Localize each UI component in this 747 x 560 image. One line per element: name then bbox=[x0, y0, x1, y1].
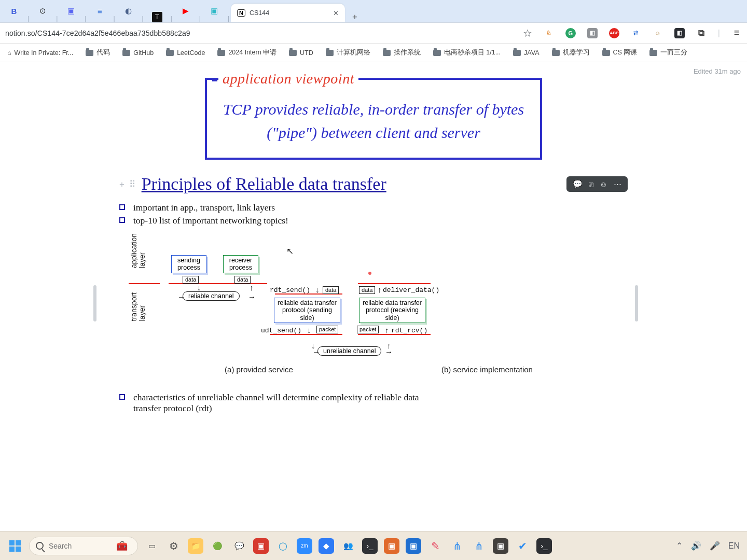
tab-favicon[interactable]: ◐ bbox=[117, 0, 141, 22]
edge-icon[interactable]: ◯ bbox=[275, 538, 290, 554]
vscode-insiders-icon[interactable]: ⋔ bbox=[471, 538, 487, 554]
comment-icon[interactable]: 💬 bbox=[573, 179, 583, 189]
taskbar-app-icon[interactable]: ▣ bbox=[406, 538, 421, 554]
start-button[interactable] bbox=[7, 538, 23, 554]
bookmark-folder[interactable]: 计算机网络 bbox=[323, 46, 374, 59]
svg-rect-2 bbox=[9, 547, 15, 552]
teams-icon[interactable]: 👥 bbox=[340, 538, 356, 554]
image-resize-handle[interactable] bbox=[93, 285, 96, 321]
terminal-icon[interactable]: ›_ bbox=[362, 538, 378, 554]
extension-icon[interactable]: ◧ bbox=[587, 28, 598, 38]
extension-icon[interactable]: ⇄ bbox=[631, 28, 641, 38]
todo-icon[interactable]: ✔ bbox=[515, 538, 530, 554]
url-text[interactable]: notion.so/CS144-7ce2d64a2f5e466ebaa735db… bbox=[5, 29, 190, 37]
tab-favicon[interactable]: ⊙ bbox=[31, 0, 54, 22]
more-icon[interactable]: ⋯ bbox=[614, 179, 621, 189]
folder-icon bbox=[513, 50, 521, 56]
taskbar-app-icon[interactable]: ⚙ bbox=[166, 538, 182, 554]
data-tag: data bbox=[183, 276, 199, 284]
extension-icon[interactable]: ♘ bbox=[544, 28, 554, 38]
taskbar-app-icon[interactable]: ✎ bbox=[427, 538, 443, 554]
folder-icon bbox=[433, 50, 441, 56]
reliable-channel: reliable channel bbox=[183, 291, 240, 301]
mic-icon[interactable]: 🎤 bbox=[710, 541, 720, 551]
terminal-icon[interactable]: ›_ bbox=[536, 538, 552, 554]
bookmark-folder[interactable]: JAVA bbox=[510, 47, 542, 59]
taskbar-app-icon[interactable]: ◆ bbox=[319, 538, 334, 554]
browser-tab-strip: B| ⊙| ▣| ≡| ◐| T| ▶| ▣| N CS144 ✕ + bbox=[0, 0, 747, 23]
language-indicator[interactable]: EN bbox=[728, 541, 740, 551]
bullet-icon bbox=[119, 394, 125, 400]
taskbar-search[interactable]: 🧰 bbox=[29, 537, 138, 555]
folder-icon bbox=[166, 50, 174, 56]
caption-icon[interactable]: ⎚ bbox=[589, 180, 593, 189]
bookmark-item[interactable]: ⌂Write In Private: Fr... bbox=[4, 47, 76, 59]
tab-favicon[interactable]: ▶ bbox=[174, 0, 198, 22]
bullet-item: top-10 list of important networking topi… bbox=[119, 215, 628, 226]
bookmark-folder[interactable]: 机器学习 bbox=[549, 46, 593, 59]
task-view-icon[interactable]: ▭ bbox=[144, 538, 160, 554]
viewpoint-box: application viewpoint TCP provides relia… bbox=[205, 78, 542, 160]
bookmark-star-icon[interactable]: ☆ bbox=[523, 27, 532, 39]
active-tab-title: CS144 bbox=[250, 9, 269, 17]
bookmark-folder[interactable]: 操作系统 bbox=[380, 46, 424, 59]
extension-icon[interactable]: ABP bbox=[609, 28, 619, 38]
taskbar-search-input[interactable] bbox=[49, 542, 111, 550]
new-tab-button[interactable]: + bbox=[346, 12, 364, 22]
bookmark-folder[interactable]: LeetCode bbox=[163, 47, 208, 59]
receiving-protocol-box: reliable data transfer protocol (receivi… bbox=[359, 298, 425, 323]
taskbar-app-icon[interactable]: ▣ bbox=[253, 538, 269, 554]
file-explorer-icon[interactable]: 📁 bbox=[188, 538, 203, 554]
taskbar-app-icon[interactable]: ▣ bbox=[384, 538, 399, 554]
bookmark-folder[interactable]: UTD bbox=[286, 47, 316, 59]
divider bbox=[358, 283, 431, 284]
folder-icon bbox=[552, 50, 560, 56]
chrome-icon[interactable]: 🟢 bbox=[210, 538, 225, 554]
bookmark-folder[interactable]: 一而三分 bbox=[646, 46, 690, 59]
rdt-send-label: rdt_send() bbox=[270, 286, 310, 294]
bookmark-label: LeetCode bbox=[177, 49, 205, 57]
bookmark-folder[interactable]: 电商秒杀项目 1/1... bbox=[430, 46, 504, 59]
active-tab[interactable]: N CS144 ✕ bbox=[231, 4, 345, 22]
tab-favicon[interactable]: ▣ bbox=[202, 0, 226, 22]
layer-label-transport: transport layer bbox=[130, 292, 146, 321]
extensions-puzzle-icon[interactable]: ⧉ bbox=[696, 28, 707, 38]
bookmark-label: 操作系统 bbox=[394, 48, 421, 57]
edited-timestamp: Edited 31m ago bbox=[694, 67, 741, 75]
bookmark-folder[interactable]: CS 网课 bbox=[599, 46, 641, 59]
svg-rect-1 bbox=[16, 540, 21, 545]
bookmark-label: 一而三分 bbox=[660, 48, 687, 57]
extension-icon[interactable]: ◧ bbox=[674, 28, 685, 38]
extension-icon[interactable]: ☺ bbox=[653, 28, 663, 38]
bookmark-folder[interactable]: 2024 Intern 申请 bbox=[214, 46, 280, 59]
close-tab-icon[interactable]: ✕ bbox=[333, 9, 339, 17]
bullet-list: important in app., transport, link layer… bbox=[119, 202, 628, 226]
data-tag: data bbox=[234, 276, 251, 284]
zoom-icon[interactable]: zm bbox=[297, 538, 312, 554]
chrome-menu-icon[interactable]: ≡ bbox=[731, 28, 742, 38]
volume-icon[interactable]: 🔊 bbox=[691, 541, 701, 551]
tab-favicon[interactable]: T bbox=[152, 12, 162, 22]
sending-protocol-box: reliable data transfer protocol (sending… bbox=[274, 298, 340, 323]
bookmark-folder[interactable]: GitHub bbox=[119, 47, 157, 59]
rdt-diagram[interactable]: ↖ application layer transport layer send… bbox=[119, 231, 628, 382]
bullet-text: characteristics of unreliable channel wi… bbox=[133, 392, 434, 414]
bookmark-label: 计算机网络 bbox=[337, 48, 370, 57]
bookmark-folder[interactable]: 代码 bbox=[82, 46, 113, 59]
tab-favicon[interactable]: B bbox=[2, 0, 26, 22]
tab-favicon[interactable]: ≡ bbox=[88, 0, 112, 22]
tab-favicon[interactable]: ▣ bbox=[59, 0, 83, 22]
extension-icon[interactable]: G bbox=[565, 28, 576, 38]
section-heading[interactable]: Principles of Reliable data transfer bbox=[142, 174, 386, 194]
wechat-icon[interactable]: 💬 bbox=[231, 538, 247, 554]
svg-rect-3 bbox=[16, 547, 21, 552]
deliver-data-label: deliver_data() bbox=[383, 286, 439, 294]
block-handle-icon[interactable]: + ⠿ bbox=[119, 179, 136, 190]
caption-a: (a) provided service bbox=[225, 365, 293, 374]
tray-chevron-icon[interactable]: ⌃ bbox=[676, 541, 683, 551]
taskbar-app-icon[interactable]: ▣ bbox=[493, 538, 508, 554]
image-resize-handle[interactable] bbox=[635, 285, 638, 321]
vscode-icon[interactable]: ⋔ bbox=[449, 538, 465, 554]
bookmark-label: GitHub bbox=[133, 49, 154, 57]
emoji-icon[interactable]: ☺ bbox=[600, 180, 607, 189]
